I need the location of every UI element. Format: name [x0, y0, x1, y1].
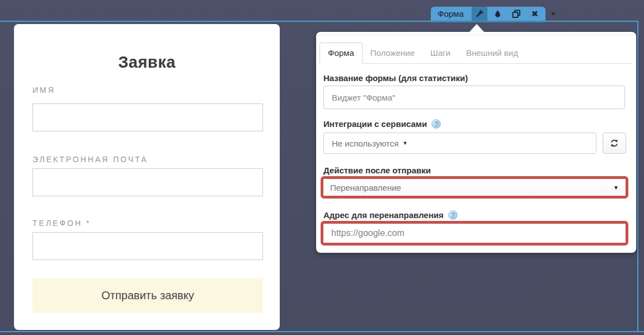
form-name-input[interactable] [323, 86, 625, 109]
clone-icon [512, 10, 521, 18]
panel-stack-line [318, 35, 634, 36]
redirect-address-input[interactable] [323, 224, 626, 243]
widget-toolbar[interactable]: Форма ✖ ▼ [431, 7, 546, 22]
after-submit-action-label: Действие после отправки [323, 166, 431, 175]
tab-vneshniy-vid[interactable]: Внешний вид [458, 43, 526, 63]
wrench-icon [474, 9, 484, 18]
name-field-label: ИМЯ [32, 86, 55, 95]
widget-toolbar-title: Форма [438, 9, 464, 18]
phone-field-input[interactable] [32, 232, 263, 260]
widget-selection-border-right [637, 21, 638, 332]
redirect-address-label: Адрес для перенаправления ? [323, 210, 458, 220]
clone-widget-button[interactable] [509, 7, 524, 21]
widget-selection-border-bottom [0, 331, 644, 332]
submit-button[interactable]: Отправить заявку [32, 278, 263, 313]
caret-down-icon: ▼ [402, 140, 407, 146]
refresh-icon [610, 139, 619, 148]
droplet-icon [493, 10, 502, 18]
panel-stack-line [318, 34, 634, 34]
form-name-label: Название формы (для статистики) [323, 73, 468, 83]
form-preview-card: Заявка ИМЯ ЭЛЕКТРОННАЯ ПОЧТА ТЕЛЕФОН * О… [14, 24, 280, 330]
refresh-integrations-button[interactable] [603, 133, 626, 154]
settings-wrench-button[interactable] [472, 7, 487, 21]
phone-field-label: ТЕЛЕФОН * [32, 219, 91, 228]
more-options-button[interactable]: ▼ [546, 7, 561, 21]
integrations-label: Интеграции с сервисами ? [323, 119, 441, 129]
form-settings-panel: Форма Положение Шаги Внешний вид Названи… [316, 32, 636, 253]
email-field-label: ЭЛЕКТРОННАЯ ПОЧТА [32, 155, 148, 164]
email-field-input[interactable] [32, 168, 263, 196]
help-icon[interactable]: ? [431, 119, 441, 129]
help-icon[interactable]: ? [448, 210, 458, 220]
name-field-input[interactable] [32, 103, 263, 131]
redirect-address-highlight [321, 221, 628, 246]
panel-pointer-arrow [469, 24, 485, 32]
after-submit-action-highlight: Перенаправление ▼ [321, 176, 628, 199]
caret-down-icon: ▼ [613, 185, 619, 191]
delete-widget-button[interactable]: ✖ [527, 7, 543, 21]
after-submit-action-select[interactable]: Перенаправление ▼ [323, 179, 626, 196]
settings-tabs: Форма Положение Шаги Внешний вид [319, 42, 633, 64]
close-icon: ✖ [531, 10, 538, 18]
caret-down-icon: ▼ [551, 11, 556, 17]
style-droplet-button[interactable] [490, 7, 506, 21]
tab-shagi[interactable]: Шаги [422, 43, 458, 63]
form-title: Заявка [14, 53, 280, 72]
integrations-dropdown[interactable]: Не используются ▼ [323, 133, 596, 154]
tab-forma[interactable]: Форма [319, 43, 363, 64]
tab-polozhenie[interactable]: Положение [363, 43, 422, 63]
